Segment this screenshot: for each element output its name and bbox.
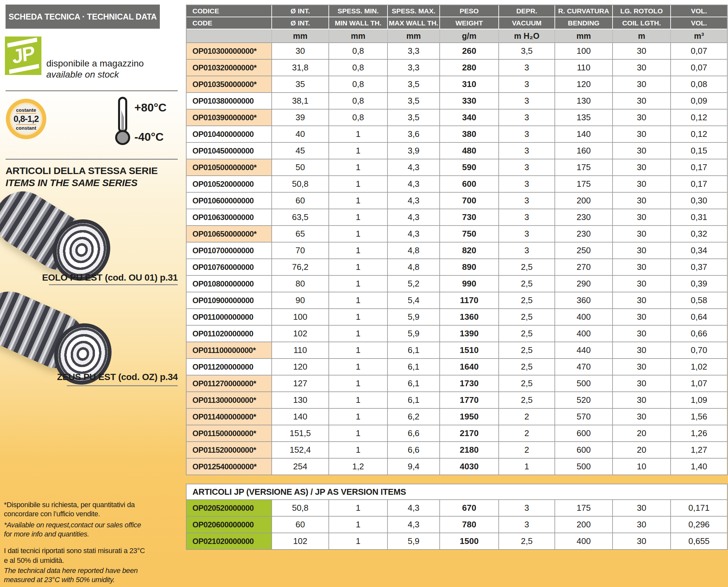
value-cell: 1 <box>329 193 388 209</box>
value-cell: 9,4 <box>388 459 440 474</box>
header-cell: MIN WALL TH. <box>329 17 388 29</box>
value-cell: 4,3 <box>388 517 440 533</box>
value-cell: 30 <box>613 517 671 533</box>
code-cell: OP010500000000* <box>186 159 272 176</box>
table-row: OP01076000000076,214,88902,5270300,37 <box>186 259 727 276</box>
table-row: OP010350000000*350,83,53103120300,08 <box>186 76 727 93</box>
value-cell: 130 <box>272 392 329 409</box>
footnote-asterisk-en: *Available on request,contact our sales … <box>4 520 190 539</box>
as-table: ARTICOLI JP (VERSIONE AS) / JP AS VERSIO… <box>186 484 728 550</box>
table-row: OP0106000000006014,37003200300,30 <box>186 193 727 209</box>
value-cell: 2,5 <box>499 359 555 375</box>
value-cell: 3,5 <box>388 110 440 126</box>
value-cell: 30 <box>613 193 671 209</box>
value-cell: 1 <box>329 176 388 193</box>
value-cell: 6,6 <box>388 425 440 442</box>
value-cell: 1 <box>329 326 388 342</box>
unit-cell: m³ <box>671 29 727 43</box>
value-cell: 30 <box>613 60 671 76</box>
table-row: OP01038000000038,10,83,53303130300,09 <box>186 93 727 110</box>
value-cell: 330 <box>440 93 499 110</box>
code-cell: OP011000000000 <box>186 309 272 326</box>
value-cell: 30 <box>613 159 671 176</box>
value-cell: 120 <box>555 76 613 93</box>
table-row: OP011520000000*152,416,621802600201,27 <box>186 442 727 459</box>
unit-cell: mm <box>329 29 388 43</box>
value-cell: 3,6 <box>388 126 440 143</box>
value-cell: 1 <box>329 359 388 375</box>
value-cell: 0,17 <box>671 176 727 193</box>
value-cell: 0,07 <box>671 43 727 60</box>
value-cell: 30 <box>613 209 671 226</box>
value-cell: 2,5 <box>499 259 555 276</box>
code-cell: OP011500000000* <box>186 425 272 442</box>
code-cell: OP010760000000 <box>186 259 272 276</box>
value-cell: 140 <box>272 409 329 425</box>
divider <box>5 159 178 160</box>
hose-label-zeus: ZEUS PU EST (cod. OZ) p.34 <box>5 372 178 382</box>
header-cell: BENDING <box>555 17 613 29</box>
value-cell: 3 <box>499 76 555 93</box>
table-row: OP02052000000050,814,36703175300,171 <box>186 500 727 517</box>
unit-cell: g/m <box>440 29 499 43</box>
value-cell: 600 <box>555 425 613 442</box>
value-cell: 1950 <box>440 409 499 425</box>
value-cell: 30 <box>613 375 671 392</box>
value-cell: 110 <box>272 342 329 359</box>
value-cell: 0,8 <box>329 60 388 76</box>
value-cell: 63,5 <box>272 209 329 226</box>
value-cell: 30 <box>613 143 671 159</box>
units-row: mmmmmmg/mm H₂Ommmm³ <box>186 29 727 43</box>
badge-rule-bottom <box>16 124 36 125</box>
value-cell: 30 <box>272 43 329 60</box>
value-cell: 4,3 <box>388 226 440 242</box>
value-cell: 1 <box>329 342 388 359</box>
value-cell: 4030 <box>440 459 499 474</box>
value-cell: 6,1 <box>388 359 440 375</box>
value-cell: 50,8 <box>272 500 329 517</box>
value-cell: 175 <box>555 159 613 176</box>
value-cell: 30 <box>613 259 671 276</box>
value-cell: 1,02 <box>671 359 727 375</box>
header-cell: CODICE <box>186 5 272 17</box>
value-cell: 1730 <box>440 375 499 392</box>
value-cell: 0,12 <box>671 110 727 126</box>
technical-data-sheet: SCHEDA TECNICA · TECHNICAL DATA JP dispo… <box>0 0 728 587</box>
value-cell: 200 <box>555 517 613 533</box>
value-cell: 3 <box>499 126 555 143</box>
value-cell: 45 <box>272 143 329 159</box>
value-cell: 0,37 <box>671 259 727 276</box>
table-row: OP010300000000*300,83,32603,5100300,07 <box>186 43 727 60</box>
table-row: OP01102000000010215,913902,5400300,66 <box>186 326 727 342</box>
value-cell: 30 <box>613 242 671 259</box>
code-cell: OP020600000000 <box>186 517 272 533</box>
value-cell: 1 <box>329 159 388 176</box>
divider <box>49 284 178 285</box>
value-cell: 2 <box>499 442 555 459</box>
value-cell: 0,09 <box>671 93 727 110</box>
table-row: OP011500000000*151,516,621702600201,26 <box>186 425 727 442</box>
page-title: SCHEDA TECNICA · TECHNICAL DATA <box>5 4 160 29</box>
value-cell: 280 <box>440 60 499 76</box>
value-cell: 470 <box>555 359 613 375</box>
main-table: CODICEØ INT.SPESS. MIN.SPESS. MAX.PESODE… <box>186 4 728 475</box>
stock-availability-note: disponibile a magazzino available on sto… <box>46 58 144 80</box>
same-series-heading-it: ARTICOLI DELLA STESSA SERIE <box>5 165 158 177</box>
header-cell: LG. ROTOLO <box>613 5 671 17</box>
value-cell: 2,5 <box>499 292 555 309</box>
value-cell: 4,8 <box>388 259 440 276</box>
value-cell: 0,66 <box>671 326 727 342</box>
value-cell: 30 <box>613 276 671 292</box>
table-row: OP02102000000010215,915002,5400300,655 <box>186 533 727 549</box>
value-cell: 570 <box>555 409 613 425</box>
table-row: OP010500000000*5014,35903175300,17 <box>186 159 727 176</box>
value-cell: 30 <box>613 226 671 242</box>
code-cell: OP011400000000* <box>186 409 272 425</box>
code-cell: OP010320000000* <box>186 60 272 76</box>
as-table-title: ARTICOLI JP (VERSIONE AS) / JP AS VERSIO… <box>186 484 727 500</box>
value-cell: 110 <box>555 60 613 76</box>
value-cell: 340 <box>440 110 499 126</box>
code-cell: OP010630000000 <box>186 209 272 226</box>
value-cell: 140 <box>555 126 613 143</box>
value-cell: 30 <box>613 176 671 193</box>
